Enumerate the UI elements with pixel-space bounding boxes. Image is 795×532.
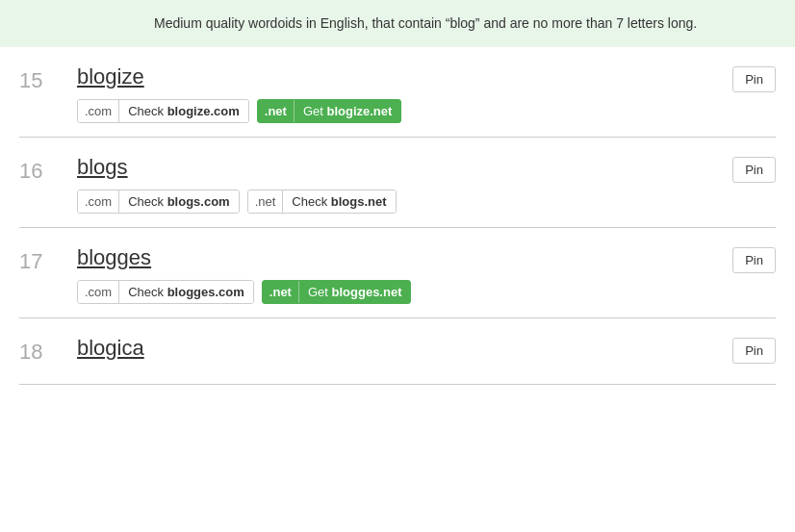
domain-ext: .net bbox=[263, 281, 299, 303]
pin-button[interactable]: Pin bbox=[732, 338, 776, 364]
domain-badge[interactable]: .netGet blogize.net bbox=[257, 99, 402, 123]
result-number: 18 bbox=[19, 336, 77, 365]
domain-badge[interactable]: .comCheck blogges.com bbox=[77, 280, 254, 304]
result-row: 15blogize.comCheck blogize.com.netGet bl… bbox=[19, 64, 776, 123]
result-content: blogica bbox=[77, 336, 699, 370]
domain-bold: blogs.com bbox=[167, 194, 230, 209]
result-number: 16 bbox=[19, 155, 77, 184]
domain-badge[interactable]: .netGet blogges.net bbox=[262, 280, 412, 304]
result-row: 17blogges.comCheck blogges.com.netGet bl… bbox=[19, 245, 776, 304]
domain-check-label[interactable]: Get blogges.net bbox=[299, 281, 411, 303]
result-number: 17 bbox=[19, 245, 77, 274]
result-word[interactable]: blogges bbox=[77, 245, 151, 270]
domain-ext: .com bbox=[78, 281, 119, 303]
domain-badge[interactable]: .comCheck blogs.com bbox=[77, 190, 240, 214]
pin-button[interactable]: Pin bbox=[732, 66, 776, 92]
domain-row: .comCheck blogges.com.netGet blogges.net bbox=[77, 280, 699, 304]
domain-check-label[interactable]: Check blogs.net bbox=[283, 190, 395, 213]
pin-area: Pin bbox=[699, 245, 776, 273]
result-item: 16blogs.comCheck blogs.com.netCheck blog… bbox=[19, 138, 776, 228]
result-row: 18blogicaPin bbox=[19, 336, 776, 370]
pin-area: Pin bbox=[699, 336, 776, 364]
domain-ext: .com bbox=[78, 100, 119, 122]
results-list: 15blogize.comCheck blogize.com.netGet bl… bbox=[0, 47, 795, 385]
domain-badge[interactable]: .comCheck blogize.com bbox=[77, 99, 249, 123]
result-word[interactable]: blogica bbox=[77, 336, 144, 361]
result-item: 18blogicaPin bbox=[19, 318, 776, 385]
banner-text: Medium quality wordoids in English, that… bbox=[154, 15, 697, 31]
domain-bold: blogize.net bbox=[326, 104, 392, 118]
result-word[interactable]: blogize bbox=[77, 64, 144, 89]
intro-banner: Medium quality wordoids in English, that… bbox=[0, 0, 795, 47]
domain-row: .comCheck blogs.com.netCheck blogs.net bbox=[77, 190, 699, 214]
domain-ext: .net bbox=[258, 100, 295, 122]
domain-row: .comCheck blogize.com.netGet blogize.net bbox=[77, 99, 699, 123]
result-number: 15 bbox=[19, 64, 77, 93]
domain-check-label[interactable]: Check blogges.com bbox=[119, 281, 253, 303]
pin-area: Pin bbox=[699, 64, 776, 92]
pin-area: Pin bbox=[699, 155, 776, 183]
domain-bold: blogs.net bbox=[331, 194, 387, 209]
result-word[interactable]: blogs bbox=[77, 155, 128, 180]
pin-button[interactable]: Pin bbox=[732, 247, 776, 273]
result-item: 17blogges.comCheck blogges.com.netGet bl… bbox=[19, 228, 776, 318]
domain-check-label[interactable]: Check blogize.com bbox=[119, 100, 248, 122]
domain-ext: .com bbox=[78, 190, 119, 213]
domain-ext: .net bbox=[248, 190, 284, 213]
pin-button[interactable]: Pin bbox=[732, 157, 776, 183]
domain-bold: blogges.net bbox=[332, 285, 402, 299]
domain-check-label[interactable]: Get blogize.net bbox=[295, 100, 400, 122]
domain-bold: blogize.com bbox=[167, 104, 240, 118]
domain-badge[interactable]: .netCheck blogs.net bbox=[247, 190, 397, 214]
result-content: blogize.comCheck blogize.com.netGet blog… bbox=[77, 64, 699, 123]
domain-check-label[interactable]: Check blogs.com bbox=[119, 190, 238, 213]
result-item: 15blogize.comCheck blogize.com.netGet bl… bbox=[19, 47, 776, 138]
result-content: blogges.comCheck blogges.com.netGet blog… bbox=[77, 245, 699, 304]
domain-bold: blogges.com bbox=[167, 285, 244, 299]
result-content: blogs.comCheck blogs.com.netCheck blogs.… bbox=[77, 155, 699, 214]
result-row: 16blogs.comCheck blogs.com.netCheck blog… bbox=[19, 155, 776, 214]
